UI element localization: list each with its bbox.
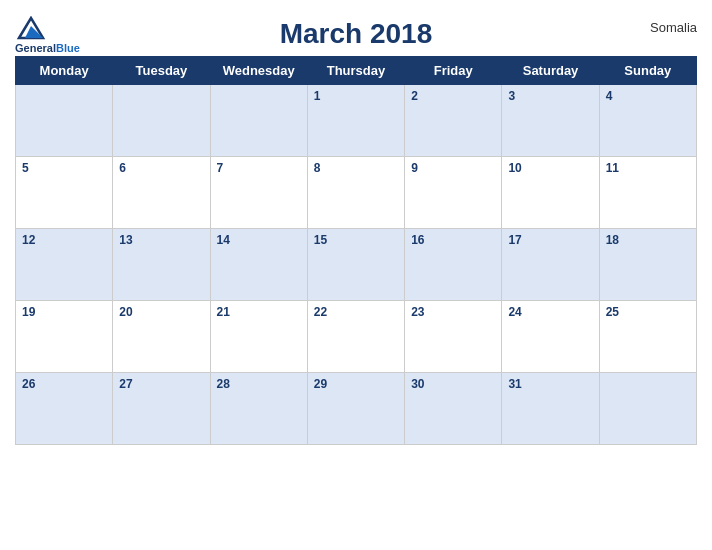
day-number-23: 23 bbox=[411, 305, 424, 319]
day-number-13: 13 bbox=[119, 233, 132, 247]
weekday-header-sunday: Sunday bbox=[599, 57, 696, 85]
day-number-5: 5 bbox=[22, 161, 29, 175]
calendar-tbody: 1234567891011121314151617181920212223242… bbox=[16, 85, 697, 445]
day-cell-17: 17 bbox=[502, 229, 599, 301]
day-number-19: 19 bbox=[22, 305, 35, 319]
day-number-4: 4 bbox=[606, 89, 613, 103]
day-cell-10: 10 bbox=[502, 157, 599, 229]
empty-cell bbox=[113, 85, 210, 157]
calendar-title: March 2018 bbox=[280, 18, 433, 50]
day-cell-28: 28 bbox=[210, 373, 307, 445]
day-cell-18: 18 bbox=[599, 229, 696, 301]
day-number-17: 17 bbox=[508, 233, 521, 247]
day-number-8: 8 bbox=[314, 161, 321, 175]
day-cell-3: 3 bbox=[502, 85, 599, 157]
day-number-24: 24 bbox=[508, 305, 521, 319]
day-number-12: 12 bbox=[22, 233, 35, 247]
calendar-header: General Blue March 2018 Somalia bbox=[15, 10, 697, 50]
logo: General Blue bbox=[15, 16, 80, 54]
calendar-table: MondayTuesdayWednesdayThursdayFridaySatu… bbox=[15, 56, 697, 445]
day-number-7: 7 bbox=[217, 161, 224, 175]
day-cell-5: 5 bbox=[16, 157, 113, 229]
day-cell-24: 24 bbox=[502, 301, 599, 373]
day-cell-12: 12 bbox=[16, 229, 113, 301]
day-number-16: 16 bbox=[411, 233, 424, 247]
day-number-27: 27 bbox=[119, 377, 132, 391]
day-number-29: 29 bbox=[314, 377, 327, 391]
day-number-10: 10 bbox=[508, 161, 521, 175]
day-number-18: 18 bbox=[606, 233, 619, 247]
day-number-15: 15 bbox=[314, 233, 327, 247]
day-number-3: 3 bbox=[508, 89, 515, 103]
day-number-14: 14 bbox=[217, 233, 230, 247]
day-number-26: 26 bbox=[22, 377, 35, 391]
day-cell-25: 25 bbox=[599, 301, 696, 373]
week-row-5: 262728293031 bbox=[16, 373, 697, 445]
day-cell-30: 30 bbox=[405, 373, 502, 445]
logo-icon bbox=[15, 16, 47, 42]
day-number-31: 31 bbox=[508, 377, 521, 391]
day-number-28: 28 bbox=[217, 377, 230, 391]
week-row-1: 1234 bbox=[16, 85, 697, 157]
day-cell-23: 23 bbox=[405, 301, 502, 373]
calendar-thead: MondayTuesdayWednesdayThursdayFridaySatu… bbox=[16, 57, 697, 85]
weekday-header-row: MondayTuesdayWednesdayThursdayFridaySatu… bbox=[16, 57, 697, 85]
logo-text-general: General bbox=[15, 42, 56, 54]
day-cell-29: 29 bbox=[307, 373, 404, 445]
week-row-2: 567891011 bbox=[16, 157, 697, 229]
day-number-2: 2 bbox=[411, 89, 418, 103]
day-cell-1: 1 bbox=[307, 85, 404, 157]
day-number-9: 9 bbox=[411, 161, 418, 175]
day-cell-31: 31 bbox=[502, 373, 599, 445]
day-number-6: 6 bbox=[119, 161, 126, 175]
empty-cell bbox=[599, 373, 696, 445]
day-number-25: 25 bbox=[606, 305, 619, 319]
country-label: Somalia bbox=[650, 20, 697, 35]
day-cell-20: 20 bbox=[113, 301, 210, 373]
day-cell-22: 22 bbox=[307, 301, 404, 373]
day-cell-15: 15 bbox=[307, 229, 404, 301]
week-row-4: 19202122232425 bbox=[16, 301, 697, 373]
logo-text-blue: Blue bbox=[56, 42, 80, 54]
day-number-1: 1 bbox=[314, 89, 321, 103]
day-number-30: 30 bbox=[411, 377, 424, 391]
day-cell-2: 2 bbox=[405, 85, 502, 157]
day-cell-9: 9 bbox=[405, 157, 502, 229]
day-cell-4: 4 bbox=[599, 85, 696, 157]
empty-cell bbox=[16, 85, 113, 157]
day-number-11: 11 bbox=[606, 161, 619, 175]
day-number-21: 21 bbox=[217, 305, 230, 319]
weekday-header-tuesday: Tuesday bbox=[113, 57, 210, 85]
calendar-wrapper: General Blue March 2018 Somalia MondayTu… bbox=[0, 0, 712, 550]
day-number-22: 22 bbox=[314, 305, 327, 319]
day-cell-6: 6 bbox=[113, 157, 210, 229]
weekday-header-thursday: Thursday bbox=[307, 57, 404, 85]
weekday-header-wednesday: Wednesday bbox=[210, 57, 307, 85]
weekday-header-saturday: Saturday bbox=[502, 57, 599, 85]
day-cell-26: 26 bbox=[16, 373, 113, 445]
day-cell-13: 13 bbox=[113, 229, 210, 301]
day-number-20: 20 bbox=[119, 305, 132, 319]
weekday-header-monday: Monday bbox=[16, 57, 113, 85]
day-cell-7: 7 bbox=[210, 157, 307, 229]
empty-cell bbox=[210, 85, 307, 157]
day-cell-21: 21 bbox=[210, 301, 307, 373]
day-cell-19: 19 bbox=[16, 301, 113, 373]
day-cell-8: 8 bbox=[307, 157, 404, 229]
day-cell-27: 27 bbox=[113, 373, 210, 445]
weekday-header-friday: Friday bbox=[405, 57, 502, 85]
day-cell-14: 14 bbox=[210, 229, 307, 301]
week-row-3: 12131415161718 bbox=[16, 229, 697, 301]
day-cell-16: 16 bbox=[405, 229, 502, 301]
day-cell-11: 11 bbox=[599, 157, 696, 229]
